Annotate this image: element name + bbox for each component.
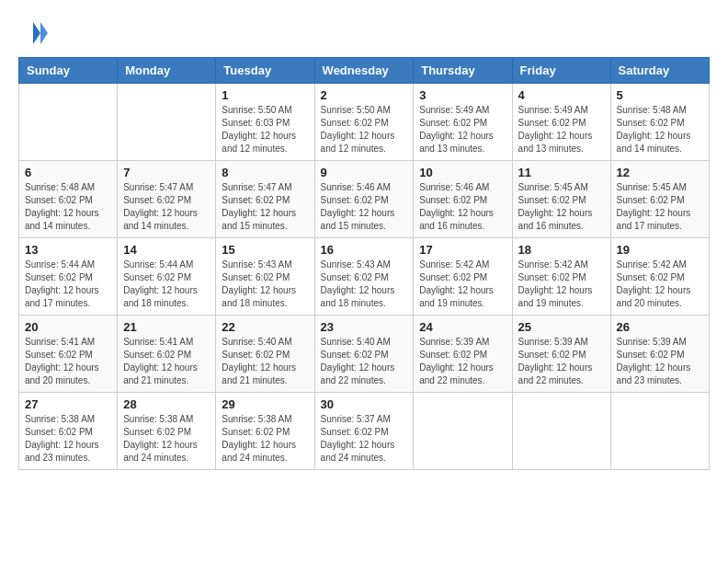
day-info: Sunrise: 5:49 AM Sunset: 6:02 PM Dayligh… [419,104,506,155]
day-number: 29 [222,397,308,411]
day-info: Sunrise: 5:46 AM Sunset: 6:02 PM Dayligh… [419,181,506,233]
day-cell: 7Sunrise: 5:47 AM Sunset: 6:02 PM Daylig… [118,161,216,238]
day-info: Sunrise: 5:47 AM Sunset: 6:02 PM Dayligh… [222,181,308,233]
day-cell [512,393,610,470]
day-number: 14 [123,243,210,257]
day-cell: 17Sunrise: 5:42 AM Sunset: 6:02 PM Dayli… [414,238,512,316]
day-number: 24 [419,320,506,334]
day-info: Sunrise: 5:50 AM Sunset: 6:03 PM Dayligh… [222,104,308,155]
svg-marker-0 [40,22,48,44]
day-info: Sunrise: 5:48 AM Sunset: 6:02 PM Dayligh… [25,181,111,233]
header [18,18,710,48]
day-cell [19,84,118,161]
day-info: Sunrise: 5:41 AM Sunset: 6:02 PM Dayligh… [25,336,111,387]
logo-icon [18,18,48,48]
day-cell [118,84,216,161]
day-cell: 15Sunrise: 5:43 AM Sunset: 6:02 PM Dayli… [216,238,314,316]
day-cell: 27Sunrise: 5:38 AM Sunset: 6:02 PM Dayli… [19,393,118,470]
day-cell: 23Sunrise: 5:40 AM Sunset: 6:02 PM Dayli… [314,316,414,393]
day-cell: 24Sunrise: 5:39 AM Sunset: 6:02 PM Dayli… [414,316,512,393]
weekday-monday: Monday [118,58,216,84]
day-number: 21 [123,320,210,334]
day-cell: 6Sunrise: 5:48 AM Sunset: 6:02 PM Daylig… [19,161,118,238]
day-number: 18 [518,243,605,257]
day-info: Sunrise: 5:46 AM Sunset: 6:02 PM Dayligh… [321,181,408,233]
day-number: 23 [321,320,408,334]
week-row-1: 1Sunrise: 5:50 AM Sunset: 6:03 PM Daylig… [19,84,710,161]
day-cell: 8Sunrise: 5:47 AM Sunset: 6:02 PM Daylig… [216,161,314,238]
day-number: 3 [419,88,506,102]
day-cell: 12Sunrise: 5:45 AM Sunset: 6:02 PM Dayli… [610,161,709,238]
day-cell: 28Sunrise: 5:38 AM Sunset: 6:02 PM Dayli… [118,393,216,470]
day-info: Sunrise: 5:43 AM Sunset: 6:02 PM Dayligh… [222,259,308,310]
day-cell: 29Sunrise: 5:38 AM Sunset: 6:02 PM Dayli… [216,393,314,470]
weekday-friday: Friday [512,58,610,84]
day-cell: 10Sunrise: 5:46 AM Sunset: 6:02 PM Dayli… [414,161,512,238]
day-info: Sunrise: 5:45 AM Sunset: 6:02 PM Dayligh… [617,181,703,233]
weekday-wednesday: Wednesday [314,58,414,84]
day-cell: 13Sunrise: 5:44 AM Sunset: 6:02 PM Dayli… [19,238,118,316]
day-cell: 1Sunrise: 5:50 AM Sunset: 6:03 PM Daylig… [216,84,314,161]
day-cell [610,393,709,470]
day-number: 13 [25,243,111,257]
day-number: 9 [321,166,408,179]
day-info: Sunrise: 5:49 AM Sunset: 6:02 PM Dayligh… [518,104,605,155]
weekday-sunday: Sunday [19,58,118,84]
svg-marker-1 [33,22,40,44]
day-cell: 16Sunrise: 5:43 AM Sunset: 6:02 PM Dayli… [314,238,414,316]
day-number: 17 [419,243,506,257]
day-info: Sunrise: 5:50 AM Sunset: 6:02 PM Dayligh… [321,104,408,155]
day-number: 7 [123,166,210,179]
calendar: SundayMondayTuesdayWednesdayThursdayFrid… [18,57,710,470]
day-info: Sunrise: 5:42 AM Sunset: 6:02 PM Dayligh… [419,259,506,310]
day-number: 11 [518,166,605,179]
weekday-saturday: Saturday [610,58,709,84]
day-info: Sunrise: 5:45 AM Sunset: 6:02 PM Dayligh… [518,181,605,233]
day-cell [414,393,512,470]
day-info: Sunrise: 5:42 AM Sunset: 6:02 PM Dayligh… [617,259,703,310]
day-cell: 2Sunrise: 5:50 AM Sunset: 6:02 PM Daylig… [314,84,414,161]
day-number: 8 [222,166,308,179]
day-info: Sunrise: 5:42 AM Sunset: 6:02 PM Dayligh… [518,259,605,310]
day-number: 19 [617,243,703,257]
day-cell: 20Sunrise: 5:41 AM Sunset: 6:02 PM Dayli… [19,316,118,393]
weekday-thursday: Thursday [414,58,512,84]
day-info: Sunrise: 5:38 AM Sunset: 6:02 PM Dayligh… [25,413,111,465]
day-number: 20 [25,320,111,334]
day-info: Sunrise: 5:43 AM Sunset: 6:02 PM Dayligh… [321,259,408,310]
day-info: Sunrise: 5:40 AM Sunset: 6:02 PM Dayligh… [222,336,308,387]
week-row-3: 13Sunrise: 5:44 AM Sunset: 6:02 PM Dayli… [19,238,710,316]
day-cell: 19Sunrise: 5:42 AM Sunset: 6:02 PM Dayli… [610,238,709,316]
day-cell: 21Sunrise: 5:41 AM Sunset: 6:02 PM Dayli… [118,316,216,393]
day-info: Sunrise: 5:40 AM Sunset: 6:02 PM Dayligh… [321,336,408,387]
day-number: 10 [419,166,506,179]
day-info: Sunrise: 5:39 AM Sunset: 6:02 PM Dayligh… [518,336,605,387]
day-number: 27 [25,397,111,411]
day-number: 22 [222,320,308,334]
week-row-5: 27Sunrise: 5:38 AM Sunset: 6:02 PM Dayli… [19,393,710,470]
day-info: Sunrise: 5:39 AM Sunset: 6:02 PM Dayligh… [419,336,506,387]
day-cell: 22Sunrise: 5:40 AM Sunset: 6:02 PM Dayli… [216,316,314,393]
week-row-4: 20Sunrise: 5:41 AM Sunset: 6:02 PM Dayli… [19,316,710,393]
day-cell: 18Sunrise: 5:42 AM Sunset: 6:02 PM Dayli… [512,238,610,316]
day-number: 4 [518,88,605,102]
day-number: 2 [321,88,408,102]
day-info: Sunrise: 5:41 AM Sunset: 6:02 PM Dayligh… [123,336,210,387]
day-cell: 9Sunrise: 5:46 AM Sunset: 6:02 PM Daylig… [314,161,414,238]
weekday-header-row: SundayMondayTuesdayWednesdayThursdayFrid… [19,58,710,84]
day-info: Sunrise: 5:44 AM Sunset: 6:02 PM Dayligh… [123,259,210,310]
day-info: Sunrise: 5:47 AM Sunset: 6:02 PM Dayligh… [123,181,210,233]
day-number: 25 [518,320,605,334]
day-cell: 11Sunrise: 5:45 AM Sunset: 6:02 PM Dayli… [512,161,610,238]
day-number: 1 [222,88,308,102]
day-cell: 4Sunrise: 5:49 AM Sunset: 6:02 PM Daylig… [512,84,610,161]
day-cell: 14Sunrise: 5:44 AM Sunset: 6:02 PM Dayli… [118,238,216,316]
day-number: 5 [617,88,703,102]
day-number: 16 [321,243,408,257]
day-number: 30 [321,397,408,411]
day-cell: 26Sunrise: 5:39 AM Sunset: 6:02 PM Dayli… [610,316,709,393]
logo [18,18,50,48]
day-info: Sunrise: 5:38 AM Sunset: 6:02 PM Dayligh… [123,413,210,465]
day-cell: 3Sunrise: 5:49 AM Sunset: 6:02 PM Daylig… [414,84,512,161]
day-number: 28 [123,397,210,411]
